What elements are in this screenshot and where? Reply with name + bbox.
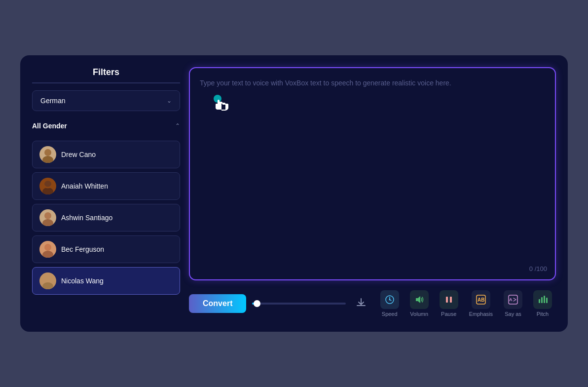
language-dropdown[interactable]: German ⌄ — [32, 90, 180, 111]
right-panel: Type your text to voice with VoxBox text… — [189, 67, 556, 320]
svg-point-13 — [389, 299, 390, 301]
svg-point-11 — [214, 95, 221, 103]
control-volume[interactable]: Volumn — [406, 287, 433, 320]
svg-rect-20 — [539, 299, 540, 303]
avatar-drew — [39, 146, 56, 163]
pitch-icon-box — [533, 290, 552, 309]
slider-track[interactable] — [252, 303, 345, 305]
sayas-icon-box: A — [504, 290, 522, 309]
voice-item-anaiah[interactable]: Anaiah Whitten — [32, 172, 180, 200]
svg-text:AB: AB — [478, 297, 484, 303]
pause-icon-box — [440, 290, 458, 309]
filters-title: Filters — [32, 67, 180, 83]
avatar-bec — [39, 241, 56, 258]
char-current: 0 — [529, 265, 533, 272]
voice-name-drew: Drew Cano — [61, 151, 96, 158]
app-container: Filters German ⌄ All Gender ⌃ Drew Cano — [20, 55, 568, 332]
cursor-icon — [212, 93, 236, 120]
svg-point-3 — [42, 188, 53, 194]
sayas-label: Say as — [505, 311, 521, 317]
avatar-ashwin — [39, 209, 56, 226]
slider-container — [252, 303, 345, 305]
emphasis-icon: AB — [476, 294, 486, 305]
char-count: 0 /100 — [529, 265, 547, 272]
svg-point-5 — [44, 212, 51, 219]
svg-rect-15 — [450, 297, 452, 303]
text-area-wrapper[interactable]: Type your text to voice with VoxBox text… — [189, 67, 556, 280]
svg-point-1 — [42, 156, 53, 163]
svg-point-6 — [42, 219, 53, 226]
gender-arrow: ⌃ — [175, 122, 180, 129]
bottom-bar: Convert — [189, 287, 556, 320]
control-emphasis[interactable]: AB Emphasis — [465, 287, 497, 320]
volume-label: Volumn — [410, 311, 428, 317]
download-icon — [356, 297, 367, 308]
svg-point-8 — [42, 251, 53, 258]
language-label: German — [40, 97, 66, 105]
emphasis-icon-box: AB — [472, 290, 490, 309]
convert-button[interactable]: Convert — [189, 294, 246, 313]
svg-point-7 — [44, 244, 51, 251]
gender-filter[interactable]: All Gender ⌃ — [32, 118, 180, 134]
voice-name-ashwin: Ashwin Santiago — [61, 214, 112, 222]
voice-name-bec: Bec Ferguson — [61, 245, 104, 253]
sayas-icon: A — [508, 294, 518, 305]
svg-rect-22 — [544, 296, 545, 303]
control-speed[interactable]: Speed — [376, 287, 403, 320]
volume-icon-box — [410, 290, 429, 309]
svg-point-0 — [44, 149, 51, 156]
language-dropdown-arrow: ⌄ — [167, 97, 172, 104]
svg-point-9 — [44, 275, 51, 282]
control-pitch[interactable]: Pitch — [529, 287, 556, 320]
pitch-icon — [537, 294, 548, 305]
char-max: 100 — [536, 265, 547, 272]
voice-item-ashwin[interactable]: Ashwin Santiago — [32, 204, 180, 232]
speed-icon-box — [380, 290, 399, 309]
speed-icon — [384, 294, 395, 305]
pause-icon — [443, 294, 454, 305]
control-sayas[interactable]: A Say as — [500, 287, 526, 320]
voice-item-drew[interactable]: Drew Cano — [32, 141, 180, 168]
svg-text:A: A — [509, 297, 513, 302]
speed-label: Speed — [382, 311, 398, 317]
svg-rect-21 — [541, 297, 543, 303]
pause-label: Pause — [441, 311, 456, 317]
slider-thumb[interactable] — [254, 300, 260, 307]
pitch-label: Pitch — [537, 311, 549, 317]
voice-item-nicolas[interactable]: Nicolas Wang — [32, 267, 180, 295]
voices-list: Drew Cano Anaiah Whitten — [32, 141, 180, 295]
emphasis-label: Emphasis — [469, 311, 493, 317]
gender-label: All Gender — [32, 122, 67, 130]
volume-icon — [414, 294, 425, 305]
control-pause[interactable]: Pause — [436, 287, 462, 320]
voice-name-nicolas: Nicolas Wang — [61, 277, 104, 285]
controls-row: Speed Volumn — [376, 287, 556, 320]
voice-name-anaiah: Anaiah Whitten — [61, 182, 108, 190]
svg-rect-14 — [446, 297, 448, 303]
download-button[interactable] — [352, 295, 370, 312]
svg-rect-23 — [546, 298, 548, 303]
avatar-nicolas — [39, 272, 56, 289]
avatar-anaiah — [39, 178, 56, 194]
svg-point-10 — [42, 282, 53, 289]
text-area-placeholder: Type your text to voice with VoxBox text… — [200, 78, 545, 88]
left-panel: Filters German ⌄ All Gender ⌃ Drew Cano — [32, 67, 180, 320]
voice-item-bec[interactable]: Bec Ferguson — [32, 235, 180, 263]
